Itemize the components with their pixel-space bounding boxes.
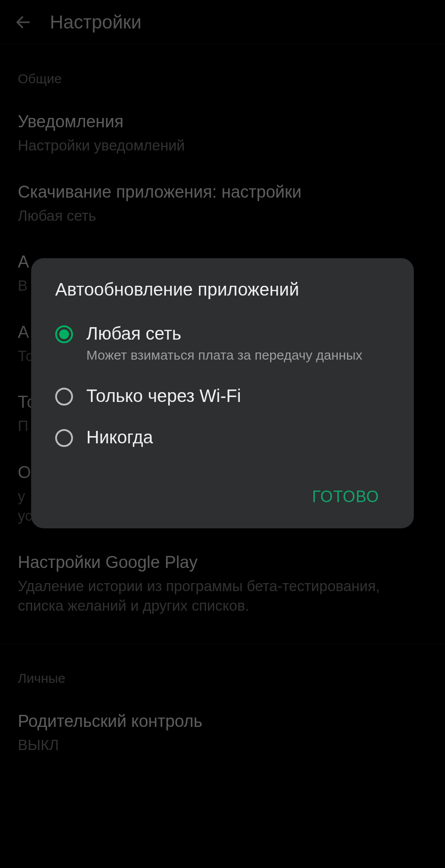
radio-label: Никогда (86, 427, 153, 447)
radio-icon (55, 429, 73, 447)
radio-texts: Только через Wi-Fi (86, 386, 241, 406)
dialog-title: Автообновление приложений (31, 280, 414, 313)
dialog-actions: ГОТОВО (31, 458, 414, 513)
dialog-confirm-button[interactable]: ГОТОВО (304, 483, 387, 511)
radio-icon (55, 388, 73, 406)
radio-option-never[interactable]: Никогда (31, 417, 414, 458)
auto-update-dialog: Автообновление приложений Любая сеть Мож… (31, 258, 414, 528)
radio-option-any-network[interactable]: Любая сеть Может взиматься плата за пере… (31, 313, 414, 375)
radio-label: Только через Wi-Fi (86, 386, 241, 406)
radio-texts: Любая сеть Может взиматься плата за пере… (86, 324, 362, 365)
radio-icon (55, 325, 73, 343)
radio-texts: Никогда (86, 427, 153, 447)
radio-label: Любая сеть (86, 324, 362, 344)
radio-dot-icon (59, 329, 69, 339)
radio-option-wifi-only[interactable]: Только через Wi-Fi (31, 375, 414, 417)
radio-description: Может взиматься плата за передачу данных (86, 346, 362, 365)
